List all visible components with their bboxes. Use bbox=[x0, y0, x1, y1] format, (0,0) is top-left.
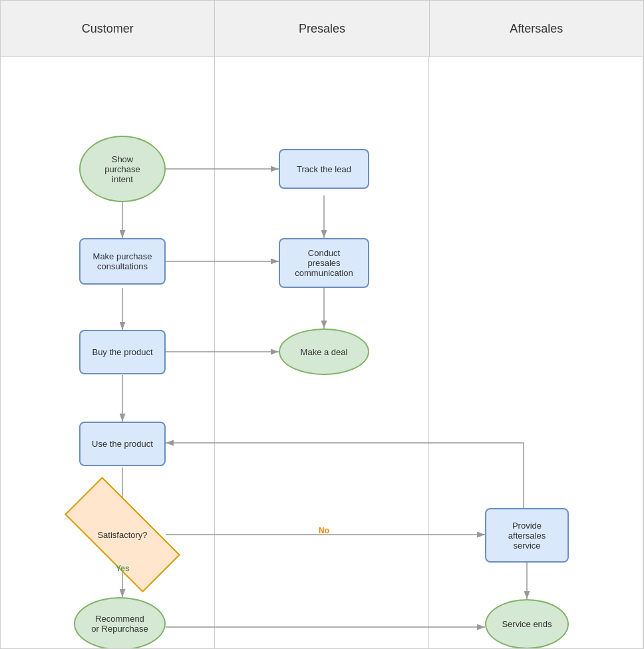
buy-the-product-node: Buy the product bbox=[79, 330, 166, 374]
diagram-container: Customer Presales Aftersales bbox=[0, 0, 644, 649]
no-label: No bbox=[319, 526, 329, 535]
header-presales: Presales bbox=[215, 1, 429, 57]
yes-label: Yes bbox=[116, 564, 130, 573]
header-customer: Customer bbox=[1, 1, 215, 57]
make-a-deal-node: Make a deal bbox=[279, 328, 369, 375]
header-aftersales: Aftersales bbox=[430, 1, 643, 57]
show-purchase-intent-node: Show purchase intent bbox=[79, 136, 166, 202]
make-purchase-consultations-node: Make purchase consultations bbox=[79, 238, 166, 285]
satisfactory-label: Satisfactory? bbox=[97, 530, 147, 540]
provide-aftersales-node: Provide aftersales service bbox=[485, 508, 569, 563]
satisfactory-node: Satisfactory? bbox=[67, 508, 178, 561]
track-the-lead-node: Track the lead bbox=[279, 149, 369, 189]
conduct-presales-node: Conduct presales communication bbox=[279, 238, 369, 288]
header-row: Customer Presales Aftersales bbox=[1, 1, 643, 57]
use-the-product-node: Use the product bbox=[79, 422, 166, 466]
lanes-row: Show purchase intent Track the lead Make… bbox=[1, 57, 643, 649]
service-ends-node: Service ends bbox=[485, 599, 569, 649]
recommend-node: Recommend or Repurchase bbox=[74, 597, 166, 649]
